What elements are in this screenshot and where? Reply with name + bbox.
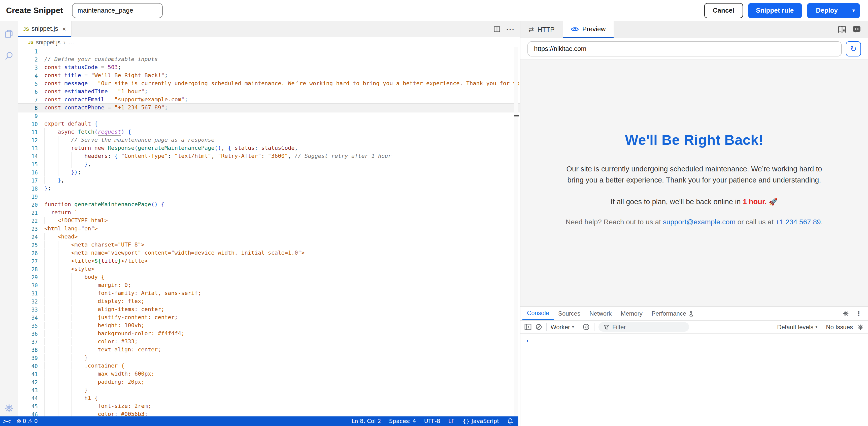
refresh-button[interactable]: ↻ (846, 41, 861, 56)
context-selector[interactable]: Worker▾ (551, 323, 574, 331)
snippet-rule-button[interactable]: Snippet rule (748, 3, 802, 18)
tab-snippet-js[interactable]: JS snippet.js × (18, 21, 71, 37)
code-line[interactable]: 23<html lang="en"> (18, 225, 520, 233)
devtools-tab-network[interactable]: Network (585, 307, 616, 320)
code-line[interactable]: 25 <meta charset="UTF-8"> (18, 241, 520, 249)
code-line[interactable]: 2// Define your customizable inputs (18, 55, 520, 63)
breadcrumb[interactable]: JS snippet.js › … (18, 37, 520, 47)
code-line[interactable]: 22 <!DOCTYPE html> (18, 217, 520, 225)
tab-preview[interactable]: Preview (563, 21, 614, 38)
phone-link[interactable]: +1 234 567 89 (776, 218, 821, 226)
breadcrumb-file[interactable]: snippet.js (36, 39, 60, 46)
log-levels-dropdown[interactable]: Default levels▾ (777, 323, 817, 331)
eol-setting[interactable]: LF (448, 418, 455, 425)
code-line[interactable]: 39 } (18, 354, 520, 362)
devtools-tab-memory[interactable]: Memory (616, 307, 647, 320)
code-line[interactable]: 32 display: flex; (18, 297, 520, 306)
code-line[interactable]: 5const message = "Our site is currently … (18, 80, 520, 88)
devtools-tab-sources[interactable]: Sources (554, 307, 585, 320)
code-line[interactable]: 20function generateMaintenancePage() { (18, 201, 520, 209)
code-line[interactable]: 6const estimatedTime = "1 hour"; (18, 88, 520, 96)
code-line[interactable]: 21 return ` (18, 209, 520, 217)
console-sidebar-toggle-icon[interactable] (524, 324, 531, 330)
code-line[interactable]: 24 <head> (18, 233, 520, 241)
code-line[interactable]: 18}; (18, 184, 520, 193)
problems-indicator[interactable]: ⊗ 0 ⚠ 0 (17, 418, 38, 425)
code-line[interactable]: 30 margin: 0; (18, 281, 520, 289)
deploy-button[interactable]: Deploy (807, 3, 847, 18)
code-line[interactable]: 40 .container { (18, 362, 520, 370)
code-line[interactable]: 4const title = "We'll Be Right Back!"; (18, 72, 520, 80)
app-window: Create Snippet Cancel Snippet rule Deplo… (0, 0, 868, 426)
code-line[interactable]: 43 } (18, 386, 520, 394)
code-line[interactable]: 33 align-items: center; (18, 306, 520, 314)
code-line[interactable]: 27 <title>${title}</title> (18, 257, 520, 265)
code-line[interactable]: 10export default { (18, 120, 520, 128)
code-line[interactable]: 35 height: 100vh; (18, 322, 520, 330)
settings-gear-icon[interactable] (3, 403, 14, 414)
eye-icon (571, 26, 579, 32)
code-line[interactable]: 28 <style> (18, 265, 520, 273)
code-line[interactable]: 46 color: #0056b3; (18, 410, 520, 417)
breadcrumb-more[interactable]: … (68, 39, 74, 46)
console-settings-icon[interactable] (857, 323, 864, 331)
search-icon[interactable] (3, 50, 14, 61)
code-line[interactable]: 13 return new Response(generateMaintenan… (18, 144, 520, 152)
editor-more-icon[interactable]: ··· (506, 25, 515, 33)
cursor-position[interactable]: Ln 8, Col 2 (352, 418, 381, 425)
page-title: Create Snippet (6, 6, 63, 15)
code-line[interactable]: 44 h1 { (18, 394, 520, 402)
devtools-tab-performance[interactable]: Performance (647, 307, 698, 320)
code-line[interactable]: 15 }, (18, 160, 520, 168)
code-line[interactable]: 8const contactPhone = "+1 234 567 89"; (18, 104, 520, 112)
live-expression-eye-icon[interactable] (583, 323, 590, 331)
devtools-tab-console[interactable]: Console (522, 307, 554, 320)
code-line[interactable]: 7const contactEmail = "support@example.c… (18, 96, 520, 104)
code-line[interactable]: 37 color: #333; (18, 338, 520, 346)
devtools-more-icon[interactable]: ⋮ (856, 310, 862, 317)
code-line[interactable]: 45 font-size: 2rem; (18, 402, 520, 410)
code-line[interactable]: 31 font-family: Arial, sans-serif; (18, 289, 520, 297)
code-line[interactable]: 29 body { (18, 273, 520, 281)
code-line[interactable]: 42 padding: 20px; (18, 378, 520, 386)
docs-book-icon[interactable] (838, 26, 846, 33)
remote-indicator-icon[interactable]: >< (2, 419, 11, 424)
language-mode[interactable]: {} JavaScript (463, 418, 499, 425)
code-line[interactable]: 11 async fetch(request) { (18, 128, 520, 136)
split-editor-icon[interactable] (494, 26, 500, 32)
console-output[interactable]: › (520, 334, 868, 426)
cancel-button[interactable]: Cancel (704, 3, 743, 18)
files-icon[interactable] (3, 28, 14, 39)
clear-console-icon[interactable] (535, 324, 542, 330)
issues-counter[interactable]: No Issues (826, 323, 853, 331)
devtools-settings-icon[interactable] (842, 310, 849, 317)
code-area[interactable]: 12// Define your customizable inputs3con… (18, 47, 520, 417)
snippet-name-input[interactable] (72, 3, 163, 18)
preview-tab-bar: ⇄ HTTP Preview (520, 21, 868, 38)
code-line[interactable]: 1 (18, 47, 520, 55)
code-line[interactable]: 19 (18, 193, 520, 201)
console-prompt[interactable]: › (526, 337, 528, 344)
email-link[interactable]: support@example.com (663, 218, 736, 226)
discord-icon[interactable] (852, 26, 861, 33)
indentation-setting[interactable]: Spaces: 4 (389, 418, 416, 425)
url-input[interactable] (527, 41, 842, 56)
code-line[interactable]: 26 <meta name="viewport" content="width=… (18, 249, 520, 257)
code-line[interactable]: 12 // Serve the maintenance page as a re… (18, 136, 520, 144)
deploy-dropdown-button[interactable]: ▼ (847, 3, 860, 18)
code-line[interactable]: 3const statusCode = 503; (18, 63, 520, 72)
code-line[interactable]: 41 max-width: 600px; (18, 370, 520, 378)
console-filter-input[interactable]: Filter (599, 322, 689, 332)
notifications-bell-icon[interactable] (507, 418, 513, 425)
editor-scrollbar[interactable] (514, 47, 518, 417)
encoding-setting[interactable]: UTF-8 (424, 418, 440, 425)
code-line[interactable]: 14 headers: { "Content-Type": "text/html… (18, 152, 520, 160)
code-line[interactable]: 38 text-align: center; (18, 346, 520, 354)
tab-http[interactable]: ⇄ HTTP (520, 21, 563, 38)
tab-close-icon[interactable]: × (62, 25, 66, 32)
code-line[interactable]: 17 }, (18, 176, 520, 184)
code-line[interactable]: 36 background-color: #f4f4f4; (18, 330, 520, 338)
code-line[interactable]: 16 }); (18, 168, 520, 176)
code-line[interactable]: 9 (18, 112, 520, 120)
code-line[interactable]: 34 justify-content: center; (18, 314, 520, 322)
